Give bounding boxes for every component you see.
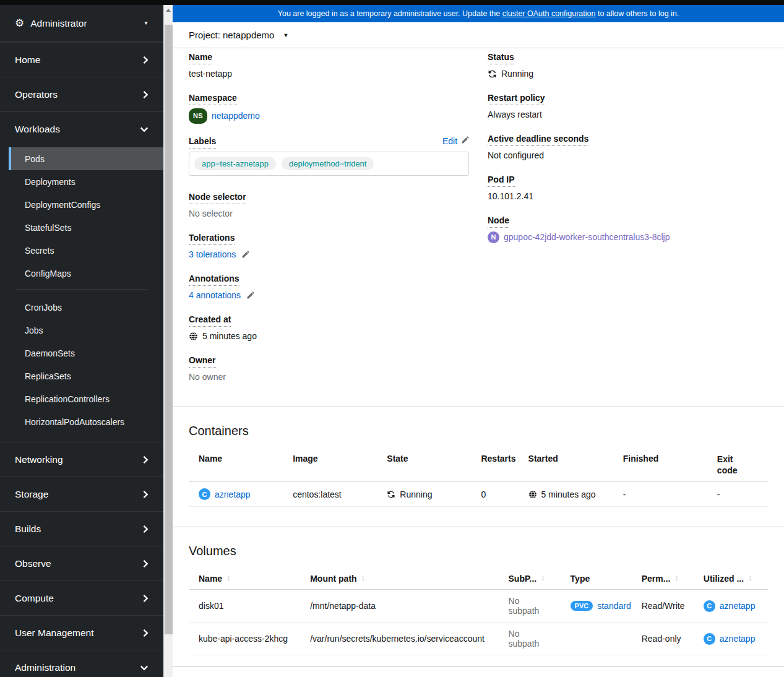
col-header-name[interactable]: Name↕ [189, 568, 300, 590]
chevron-right-icon [142, 525, 149, 533]
sidebar-item-configmaps[interactable]: ConfigMaps [9, 262, 163, 285]
nav-label: Pods [25, 154, 45, 164]
created-at-value: 5 minutes ago [202, 330, 257, 343]
scroll-up-arrow-icon [166, 9, 171, 12]
col-header-name: Name [189, 448, 283, 482]
annotations-link[interactable]: 4 annotations [189, 289, 241, 302]
project-dropdown[interactable]: Project: netappdemo [189, 30, 274, 40]
sidebar-item-deploymentconfigs[interactable]: DeploymentConfigs [9, 193, 163, 216]
caret-down-icon[interactable]: ▼ [283, 32, 288, 38]
app-root: ⚙ Administrator ▼ Home Operators Workloa… [0, 0, 784, 677]
cluster-oauth-configuration-link[interactable]: cluster OAuth configuration [502, 9, 596, 18]
utilized-by-link[interactable]: aznetapp [720, 601, 756, 611]
sidebar-item-jobs[interactable]: Jobs [9, 319, 163, 342]
container-badge: C [704, 633, 715, 645]
scroll-up-button[interactable] [164, 5, 173, 15]
nav-label: Networking [15, 454, 63, 465]
chevron-down-icon [140, 126, 149, 132]
nav-label: Builds [15, 524, 41, 535]
subnav-divider [16, 290, 149, 290]
sidebar-item-home[interactable]: Home [0, 42, 163, 77]
workloads-subnav: Pods Deployments DeploymentConfigs State… [9, 147, 163, 433]
utilized-by-link[interactable]: aznetapp [720, 634, 756, 644]
banner-text-after: to allow others to log in. [595, 9, 679, 18]
container-badge: C [704, 600, 715, 612]
sidebar-item-builds[interactable]: Builds [0, 511, 163, 546]
col-header-state: State [377, 448, 471, 482]
globe-icon [528, 490, 537, 499]
nav-label: HorizontalPodAutoscalers [25, 417, 124, 427]
node-link[interactable]: gpupoc-42jdd-worker-southcentralus3-8clj… [504, 231, 670, 244]
sidebar-item-replicasets[interactable]: ReplicaSets [9, 364, 163, 387]
sidebar-item-administration[interactable]: Administration [0, 650, 163, 677]
sort-icon[interactable]: ↕ [541, 574, 545, 582]
sidebar-item-pods[interactable]: Pods [9, 147, 163, 170]
container-finished: - [613, 482, 707, 507]
sidebar-item-networking[interactable]: Networking [0, 442, 163, 476]
containers-section: Containers Name Image State Restarts Sta… [173, 407, 784, 527]
edit-labels-link[interactable]: Edit [442, 136, 457, 146]
scrollbar-thumb[interactable] [165, 25, 173, 634]
sidebar-item-horizontalpodautoscalers[interactable]: HorizontalPodAutoscalers [9, 410, 163, 433]
sidebar-item-storage[interactable]: Storage [0, 476, 163, 511]
label-pill[interactable]: deploymethod=trident [282, 157, 374, 170]
containers-title: Containers [189, 407, 768, 438]
col-header-subpath[interactable]: SubP...↕ [499, 568, 561, 590]
container-name-link[interactable]: aznetapp [215, 489, 251, 499]
caret-down-icon: ▼ [144, 20, 149, 26]
sidebar-item-observe[interactable]: Observe [0, 546, 163, 580]
vertical-scrollbar[interactable] [163, 5, 173, 677]
sidebar-item-statefulsets[interactable]: StatefulSets [9, 216, 163, 239]
sidebar-item-workloads[interactable]: Workloads [0, 111, 163, 146]
sidebar-item-replicationcontrollers[interactable]: ReplicationControllers [9, 387, 163, 410]
col-header-started: Started [519, 448, 613, 482]
sort-icon[interactable]: ↕ [748, 574, 752, 582]
labels-label: Labels [189, 136, 216, 146]
container-state: Running [400, 489, 432, 499]
volume-permissions: Read-only [632, 623, 694, 655]
sidebar-item-secrets[interactable]: Secrets [9, 239, 163, 262]
sidebar-item-cronjobs[interactable]: CronJobs [9, 296, 163, 319]
pvc-link[interactable]: standard [597, 601, 631, 611]
main-area: You are logged in as a temporary adminis… [173, 0, 784, 677]
namespace-link[interactable]: netappdemo [212, 110, 260, 123]
owner-value: No owner [189, 371, 469, 384]
nav-label: Storage [15, 489, 48, 500]
pencil-icon[interactable] [461, 136, 469, 144]
labels-group: app=test-aznetapp deploymethod=trident [189, 152, 469, 176]
tolerations-label: Tolerations [189, 233, 469, 243]
active-deadline-label: Active deadline seconds [488, 134, 768, 144]
sort-icon[interactable]: ↕ [674, 574, 678, 582]
chevron-right-icon [142, 594, 149, 603]
volume-row: disk01 /mnt/netapp-data No subpath PVC s… [189, 590, 768, 623]
sidebar-item-daemonsets[interactable]: DaemonSets [9, 342, 163, 364]
annotations-label: Annotations [189, 274, 469, 283]
sidebar-item-operators[interactable]: Operators [0, 77, 163, 111]
sidebar-item-deployments[interactable]: Deployments [9, 170, 163, 193]
login-notice-banner: You are logged in as a temporary adminis… [173, 5, 784, 22]
chevron-right-icon [142, 90, 149, 99]
col-header-utilized-by[interactable]: Utilized ...↕ [694, 568, 768, 590]
label-pill[interactable]: app=test-aznetapp [194, 157, 276, 170]
volumes-section: Volumes Name↕ Mount path↕ SubP...↕ Type … [173, 527, 784, 667]
sort-icon[interactable]: ↕ [226, 574, 230, 582]
sidebar-item-user-management[interactable]: User Management [0, 615, 163, 650]
nav-label: Observe [15, 558, 51, 569]
container-restarts: 0 [471, 482, 518, 507]
tolerations-link[interactable]: 3 tolerations [189, 248, 236, 261]
pencil-icon[interactable] [241, 251, 249, 259]
sort-icon[interactable]: ↕ [361, 574, 365, 582]
nav-label: Workloads [15, 124, 60, 135]
pod-ip-value: 10.101.2.41 [488, 190, 768, 203]
namespace-label: Namespace [189, 93, 469, 103]
pencil-icon[interactable] [246, 291, 254, 300]
sidebar-item-compute[interactable]: Compute [0, 580, 163, 615]
perspective-switcher[interactable]: ⚙ Administrator ▼ [0, 5, 163, 42]
container-row: C aznetapp centos:latest Running 0 5 min… [189, 482, 768, 507]
containers-table: Name Image State Restarts Started Finish… [189, 448, 768, 507]
nav-label: Operators [15, 89, 58, 100]
col-header-permissions[interactable]: Perm...↕ [632, 568, 694, 590]
col-header-mount-path[interactable]: Mount path↕ [300, 568, 498, 590]
nav-label: Administration [15, 662, 75, 673]
col-header-exit-code: Exit code [707, 448, 768, 482]
